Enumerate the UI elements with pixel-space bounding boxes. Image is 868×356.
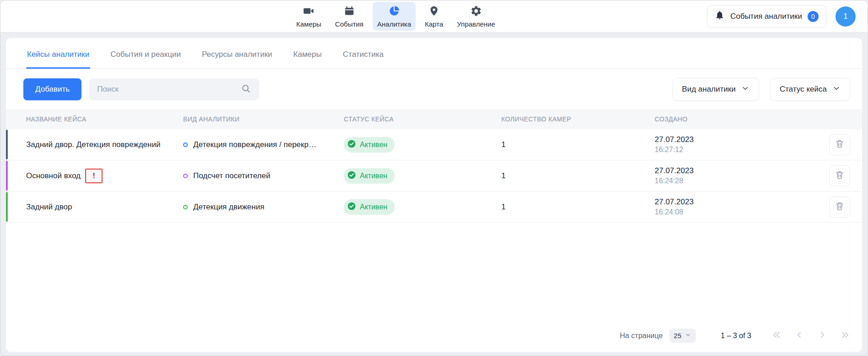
tab-analytics-cases[interactable]: Кейсы аналитики xyxy=(26,38,90,68)
table-empty-area xyxy=(6,223,862,321)
analytics-events-button[interactable]: События аналитики 0 xyxy=(707,5,826,28)
nav-item-map[interactable]: Карта xyxy=(420,2,448,31)
case-name: Задний двор. Детекция повреждений xyxy=(26,140,160,149)
col-header-case-status: СТАТУС КЕЙСА xyxy=(344,115,501,123)
created-time: 16:24:08 xyxy=(655,208,811,216)
actions-cell xyxy=(811,134,850,155)
chevron-down-icon xyxy=(741,84,749,95)
created-date: 27.07.2023 xyxy=(655,166,811,175)
case-name: Основной вход xyxy=(26,171,81,181)
status-label: Активен xyxy=(360,141,387,149)
camera-count-cell: 1 xyxy=(501,171,655,181)
nav-item-cameras[interactable]: Камеры xyxy=(292,2,326,31)
error-alert-icon: ! xyxy=(85,169,103,183)
pager-controls xyxy=(771,330,850,342)
delete-case-button[interactable] xyxy=(829,165,850,186)
created-cell: 27.07.2023 16:24:08 xyxy=(655,197,811,216)
delete-case-button[interactable] xyxy=(829,197,850,218)
actions-cell xyxy=(811,197,850,218)
gear-icon xyxy=(470,5,482,19)
filter-label: Вид аналитики xyxy=(682,85,736,94)
analytics-type-cell: Подсчет посетителей xyxy=(183,171,344,181)
table-header: НАЗВАНИЕ КЕЙСА ВИД АНАЛИТИКИ СТАТУС КЕЙС… xyxy=(6,109,862,129)
events-icon xyxy=(343,5,355,19)
analytics-pie-icon xyxy=(388,5,400,19)
last-page-icon[interactable] xyxy=(840,330,850,342)
app-window: Камеры События Аналитика Карта xyxy=(0,0,868,356)
col-header-case-name: НАЗВАНИЕ КЕЙСА xyxy=(26,115,183,123)
per-page-value: 25 xyxy=(674,332,682,340)
nav-item-analytics[interactable]: Аналитика xyxy=(373,2,416,31)
tab-bar: Кейсы аналитики События и реакции Ресурс… xyxy=(6,38,862,69)
prev-page-icon[interactable] xyxy=(794,330,804,342)
next-page-icon[interactable] xyxy=(817,330,827,342)
table-row[interactable]: Задний двор. Детекция повреждений Детекц… xyxy=(6,129,862,160)
analytics-type-filter[interactable]: Вид аналитики xyxy=(673,78,759,101)
check-circle-icon xyxy=(347,139,356,150)
table-row[interactable]: Задний двор Детекция движения Активен 1 … xyxy=(6,192,862,223)
nav-item-events[interactable]: События xyxy=(331,2,368,31)
created-cell: 27.07.2023 16:27:12 xyxy=(655,135,811,154)
toolbar: Добавить Вид аналитики Статус кейса xyxy=(6,69,862,109)
nav-label: Камеры xyxy=(296,20,321,28)
first-page-icon[interactable] xyxy=(771,330,781,342)
check-circle-icon xyxy=(347,202,356,213)
analytics-type-label: Детекция повреждения / перекр… xyxy=(193,140,316,149)
case-status-filter[interactable]: Статус кейса xyxy=(770,78,850,101)
table-row[interactable]: Основной вход ! Подсчет посетителей Акти… xyxy=(6,160,862,192)
filters: Вид аналитики Статус кейса xyxy=(673,78,850,101)
status-cell: Активен xyxy=(344,168,501,184)
created-time: 16:24:28 xyxy=(655,177,811,185)
col-header-analytics-type: ВИД АНАЛИТИКИ xyxy=(183,115,344,123)
per-page-label: На странице xyxy=(620,332,663,340)
row-accent-bar xyxy=(6,161,8,191)
status-badge: Активен xyxy=(344,199,395,215)
tab-cameras[interactable]: Камеры xyxy=(293,38,323,68)
analytics-type-ring-icon xyxy=(183,142,188,147)
camera-count-cell: 1 xyxy=(501,140,655,149)
top-bar: Камеры События Аналитика Карта xyxy=(0,0,868,33)
map-pin-icon xyxy=(428,5,440,19)
bell-icon xyxy=(715,10,725,22)
pagination-bar: На странице 25 1 – 3 of 3 xyxy=(6,321,862,352)
tab-analytics-resources[interactable]: Ресурсы аналитики xyxy=(201,38,273,68)
camera-count-cell: 1 xyxy=(501,203,655,212)
events-count-badge: 0 xyxy=(808,11,819,22)
trash-icon xyxy=(835,201,845,213)
nav-item-management[interactable]: Управление xyxy=(452,2,499,31)
row-accent-bar xyxy=(6,192,8,222)
chevron-down-icon xyxy=(685,332,691,340)
search-input[interactable] xyxy=(97,85,236,94)
row-accent-bar xyxy=(6,130,8,159)
tab-events-reactions[interactable]: События и реакции xyxy=(109,38,182,68)
case-name: Задний двор xyxy=(26,203,72,212)
nav-label: Управление xyxy=(457,20,495,28)
actions-cell xyxy=(811,165,850,186)
filter-label: Статус кейса xyxy=(780,85,827,94)
status-label: Активен xyxy=(360,203,387,211)
col-header-created: СОЗДАНО xyxy=(655,115,811,123)
user-avatar[interactable]: 1 xyxy=(835,6,856,27)
nav-label: Карта xyxy=(425,20,443,28)
main-nav: Камеры События Аналитика Карта xyxy=(292,2,500,31)
check-circle-icon xyxy=(347,170,356,181)
analytics-type-label: Подсчет посетителей xyxy=(193,171,270,181)
delete-case-button[interactable] xyxy=(829,134,850,155)
events-button-label: События аналитики xyxy=(730,12,802,21)
analytics-type-cell: Детекция повреждения / перекр… xyxy=(183,140,344,149)
analytics-type-ring-icon xyxy=(183,205,188,209)
search-box xyxy=(89,78,259,100)
status-label: Активен xyxy=(360,172,387,180)
add-button[interactable]: Добавить xyxy=(23,78,81,100)
search-icon xyxy=(241,83,251,95)
nav-label: События xyxy=(335,20,363,28)
nav-label: Аналитика xyxy=(377,20,411,28)
case-name-cell: Задний двор xyxy=(26,203,183,212)
created-cell: 27.07.2023 16:24:28 xyxy=(655,166,811,185)
case-name-cell: Основной вход ! xyxy=(26,169,183,183)
per-page-select[interactable]: 25 xyxy=(669,329,696,343)
tab-statistics[interactable]: Статистика xyxy=(342,38,385,68)
page-range-text: 1 – 3 of 3 xyxy=(721,332,751,340)
created-date: 27.07.2023 xyxy=(655,197,811,207)
content-card: Кейсы аналитики События и реакции Ресурс… xyxy=(6,38,862,352)
